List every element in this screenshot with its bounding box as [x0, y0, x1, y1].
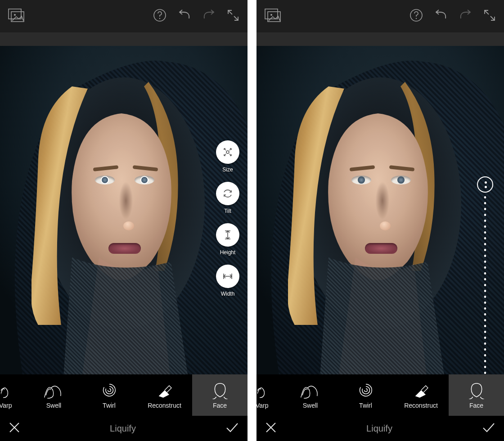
slider-knob[interactable] [477, 176, 493, 193]
reconstruct-icon [156, 381, 174, 399]
adjust-slider[interactable] [477, 176, 493, 374]
help-icon[interactable] [410, 9, 423, 24]
tool-warp-label: Varp [0, 402, 12, 409]
slider-track [484, 194, 486, 374]
close-icon [265, 421, 277, 434]
tool-face-label: Face [213, 402, 227, 409]
screenshot-right: Varp Swell Twirl [256, 0, 504, 441]
svg-point-8 [270, 14, 272, 16]
tool-reconstruct[interactable]: Reconstruct [137, 374, 192, 416]
screenshot-left: Size Tilt [0, 0, 248, 441]
tool-reconstruct[interactable]: Reconstruct [393, 374, 449, 416]
warp-icon [257, 381, 275, 399]
tool-twirl-label: Twirl [359, 402, 372, 409]
tool-swell[interactable]: Swell [283, 374, 338, 416]
fullscreen-icon[interactable] [227, 9, 239, 23]
tool-face[interactable]: Face [192, 374, 248, 416]
face-controls: Size Tilt [216, 140, 239, 297]
twirl-icon [100, 381, 118, 399]
swell-icon [44, 381, 64, 399]
image-canvas[interactable] [256, 46, 504, 374]
face-width-button[interactable] [216, 265, 239, 288]
reconstruct-icon [412, 381, 430, 399]
swell-icon [300, 381, 321, 399]
liquify-tools: Varp Swell Twirl [256, 374, 504, 416]
footer: Liquify [0, 416, 248, 441]
mode-title: Liquify [110, 423, 136, 434]
rotate-icon [222, 188, 234, 199]
svg-point-10 [416, 18, 417, 19]
subbar [0, 32, 248, 46]
mode-title: Liquify [366, 423, 392, 434]
topbar [0, 0, 248, 32]
tool-warp[interactable]: Varp [0, 374, 26, 416]
face-width-label: Width [221, 291, 235, 297]
check-icon [482, 421, 496, 434]
face-icon [468, 381, 486, 399]
face-eye-marker-left[interactable] [101, 176, 109, 184]
svg-point-2 [14, 14, 16, 16]
tool-twirl[interactable]: Twirl [81, 374, 137, 416]
face-tilt-button[interactable] [216, 182, 239, 205]
face-height-label: Height [220, 249, 236, 256]
tool-warp[interactable]: Varp [256, 374, 283, 416]
tool-swell-label: Swell [46, 402, 61, 409]
arrows-horizontal-icon [222, 270, 234, 282]
tool-twirl-label: Twirl [103, 402, 116, 409]
gallery-icon[interactable] [8, 9, 24, 24]
face-height-button[interactable] [216, 223, 239, 247]
twirl-icon [357, 381, 375, 399]
undo-icon[interactable] [433, 9, 448, 24]
tool-face-label: Face [469, 402, 483, 409]
close-icon [8, 421, 21, 434]
face-size-label: Size [222, 166, 233, 173]
subbar [256, 32, 504, 46]
tool-warp-label: Varp [256, 402, 269, 409]
svg-point-5 [226, 151, 229, 153]
face-icon [211, 381, 229, 399]
tool-swell[interactable]: Swell [26, 374, 81, 416]
face-size-button[interactable] [216, 140, 239, 164]
cancel-button[interactable] [265, 421, 277, 436]
cancel-button[interactable] [8, 421, 21, 436]
accept-button[interactable] [482, 421, 496, 436]
liquify-tools: Varp Swell Twirl [0, 374, 248, 416]
warp-icon [1, 381, 19, 399]
redo-icon[interactable] [458, 9, 473, 24]
undo-icon[interactable] [176, 9, 192, 24]
help-icon[interactable] [153, 9, 166, 24]
redo-icon[interactable] [202, 9, 217, 24]
face-tilt-label: Tilt [224, 208, 231, 214]
tool-reconstruct-label: Reconstruct [148, 402, 181, 409]
image-canvas[interactable]: Size Tilt [0, 46, 248, 374]
tool-twirl[interactable]: Twirl [338, 374, 393, 416]
gallery-icon[interactable] [265, 9, 281, 24]
check-icon [225, 421, 239, 434]
face-eye-marker-right[interactable] [140, 176, 148, 184]
arrows-out-icon [222, 146, 234, 158]
footer: Liquify [256, 416, 504, 441]
tool-reconstruct-label: Reconstruct [404, 402, 438, 409]
topbar [256, 0, 504, 32]
tool-face[interactable]: Face [449, 374, 504, 416]
fullscreen-icon[interactable] [483, 9, 496, 23]
accept-button[interactable] [225, 421, 239, 436]
svg-point-4 [159, 18, 160, 19]
tool-swell-label: Swell [303, 402, 318, 409]
arrows-vertical-icon [222, 229, 234, 241]
